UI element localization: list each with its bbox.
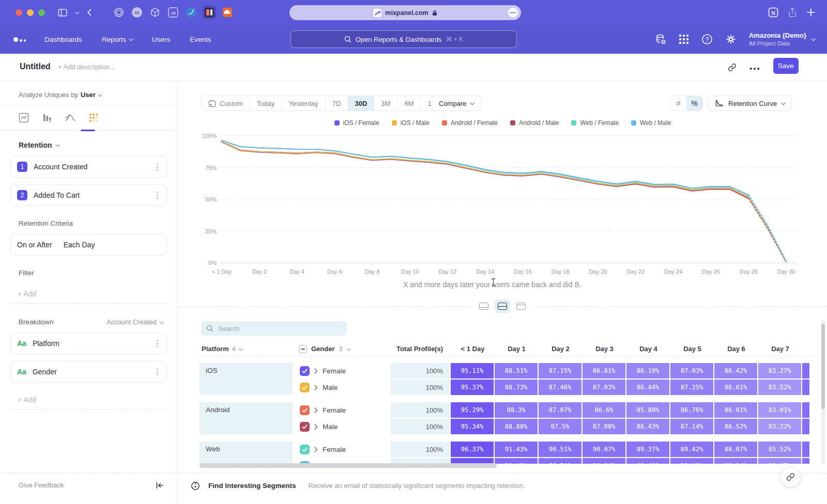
add-breakdown-button[interactable]: + Add [10, 390, 167, 410]
report-description-placeholder[interactable]: + Add description... [58, 63, 115, 71]
expand-chevron-icon[interactable] [314, 424, 318, 430]
notion-icon[interactable]: N [768, 7, 778, 18]
tab-insights[interactable] [18, 112, 30, 124]
expand-chevron-icon[interactable] [314, 447, 318, 452]
retention-value-cell[interactable]: 87.03% [670, 363, 713, 379]
cube-icon[interactable] [148, 6, 162, 19]
retention-value-cell[interactable]: 95.11% [451, 363, 494, 379]
criteria-mode-dropdown[interactable]: On or After [17, 241, 52, 249]
retention-value-cell[interactable]: 86.43% [626, 419, 669, 434]
zoom-window-button[interactable] [38, 9, 45, 16]
share-link-button[interactable] [780, 467, 801, 487]
project-switcher[interactable]: Amazonia {Demo} All Project Data [749, 32, 815, 48]
retention-value-cell[interactable]: 88.3% [495, 402, 538, 418]
column-day[interactable]: Day 3 [583, 345, 626, 353]
breakdown-gender[interactable]: Aa Gender [10, 361, 167, 383]
retention-value-cell[interactable]: 88.51% [495, 363, 538, 379]
retention-value-cell[interactable]: 86.61% [714, 380, 757, 395]
table-row[interactable]: Female100%96.37%91.43%90.51%90.07%89.37%… [293, 442, 827, 457]
retention-value-cell[interactable]: 86.19% [626, 363, 669, 379]
legend-item[interactable]: Web / Male [631, 119, 671, 127]
retention-value-cell[interactable]: 86.52% [714, 419, 757, 434]
search-input[interactable] [218, 325, 337, 333]
select-all-checkbox[interactable] [299, 345, 307, 353]
collapse-sidebar-icon[interactable] [156, 482, 164, 489]
retention-value-cell[interactable]: 87.03% [583, 380, 625, 395]
browser-sidebar-icon[interactable] [58, 9, 67, 17]
help-icon[interactable]: ? [701, 34, 713, 45]
table-row[interactable]: Female100%95.29%88.3%87.07%86.6%85.89%86… [293, 402, 827, 418]
series-checkbox[interactable] [300, 422, 310, 432]
minimize-window-button[interactable] [27, 9, 34, 16]
column-day[interactable]: Day 7 [758, 345, 802, 353]
retention-value-cell[interactable]: 87.15% [539, 363, 581, 379]
analyze-value-dropdown[interactable]: User [81, 91, 96, 99]
retention-value-cell[interactable]: 88.73% [495, 380, 538, 395]
table-search[interactable] [201, 321, 347, 336]
tab-flows[interactable] [64, 112, 76, 124]
table-row[interactable]: Female100%95.11%88.51%87.15%86.81%86.19%… [293, 363, 827, 379]
column-day[interactable]: Day 4 [626, 345, 670, 353]
nav-dashboards[interactable]: Dashboards [44, 36, 82, 43]
retention-value-cell[interactable]: 89.37% [626, 442, 669, 457]
tab-retention[interactable] [87, 112, 100, 124]
retention-section-header[interactable]: Retention [0, 131, 177, 149]
legend-item[interactable]: iOS / Female [334, 119, 379, 127]
retention-value-cell[interactable]: 95.29% [451, 402, 494, 418]
retention-value-cell[interactable]: 86.01% [714, 402, 757, 418]
retention-value-cell[interactable]: 83.01% [758, 402, 801, 418]
new-tab-icon[interactable] [806, 8, 816, 17]
retention-value-cell[interactable]: 90.07% [583, 442, 625, 457]
column-total-profiles[interactable]: Total Profile(s) [391, 345, 451, 353]
retention-value-cell[interactable]: 85.52% [758, 442, 801, 457]
platform-cell[interactable]: iOS [200, 363, 293, 395]
retention-value-cell[interactable]: 86.76% [670, 402, 713, 418]
avatar-m-icon[interactable]: m [130, 6, 144, 19]
data-management-icon[interactable] [655, 34, 666, 45]
retention-value-cell[interactable]: 95.37% [451, 380, 494, 395]
range-30d[interactable]: 30D [348, 96, 374, 111]
retention-value-cell[interactable]: 88.34% [714, 458, 757, 464]
legend-item[interactable]: iOS / Male [392, 119, 430, 127]
chevron-down-icon[interactable] [75, 11, 79, 14]
chart-type-dropdown[interactable]: Retention Curve [708, 96, 792, 111]
retention-value-cell[interactable]: 90.51% [539, 442, 581, 457]
criteria-interval-dropdown[interactable]: Each Day [64, 241, 160, 249]
retention-step-1[interactable]: 1 Account Created [10, 156, 167, 178]
layout-table-only-button[interactable] [513, 300, 529, 313]
retention-value-cell[interactable]: 86.81% [583, 363, 625, 379]
step-options-icon[interactable] [155, 190, 160, 201]
retention-value-cell[interactable]: 90.04% [583, 458, 625, 464]
tab-funnels[interactable] [41, 112, 53, 124]
reader-icon[interactable] [203, 6, 216, 19]
settings-gear-icon[interactable] [725, 34, 737, 45]
expand-chevron-icon[interactable] [314, 407, 318, 413]
retention-value-cell[interactable]: 95.34% [451, 419, 494, 434]
find-segments-link[interactable]: Find Interesting Segments [208, 482, 296, 490]
column-day[interactable]: Day 5 [670, 345, 714, 353]
give-feedback-link[interactable]: Give Feedback [19, 481, 64, 489]
retention-criteria-card[interactable]: On or After Each Day [10, 234, 167, 256]
retention-value-cell[interactable]: 86.6% [583, 402, 625, 418]
retention-value-cell[interactable]: 83.22% [758, 419, 801, 434]
page-actions-icon[interactable] [508, 8, 518, 18]
series-checkbox[interactable] [300, 405, 310, 415]
add-filter-button[interactable]: + Add [10, 284, 167, 304]
platform-cell[interactable]: Android [200, 402, 293, 434]
retention-value-cell[interactable]: 87.07% [539, 402, 581, 418]
retention-value-cell[interactable]: 88.88% [495, 419, 538, 434]
column-day[interactable]: Day 1 [495, 345, 539, 353]
column-day[interactable]: Day 6 [714, 345, 758, 353]
expand-chevron-icon[interactable] [314, 385, 318, 390]
layout-split-button[interactable] [495, 300, 510, 313]
table-row[interactable]: Male100%95.34%88.88%87.5%87.08%86.43%87.… [293, 419, 827, 434]
retention-value-cell[interactable]: 91.41% [495, 458, 538, 464]
bird-icon[interactable] [185, 6, 198, 19]
series-checkbox[interactable] [300, 383, 310, 392]
range-custom[interactable]: Custom [202, 96, 250, 111]
horizontal-scrollbar[interactable] [200, 463, 497, 468]
column-gender[interactable]: Gender3 [293, 345, 391, 353]
retention-value-cell[interactable]: 89.42% [670, 442, 713, 457]
legend-item[interactable]: Android / Female [442, 119, 498, 127]
range-yesterday[interactable]: Yesterday [282, 96, 326, 111]
